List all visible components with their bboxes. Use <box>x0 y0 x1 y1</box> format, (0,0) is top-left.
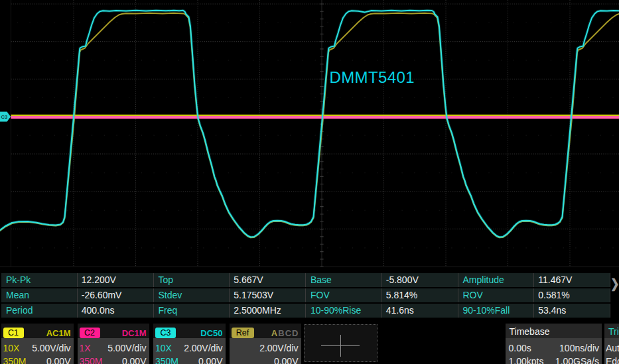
svg-text:C3: C3 <box>1 114 8 120</box>
